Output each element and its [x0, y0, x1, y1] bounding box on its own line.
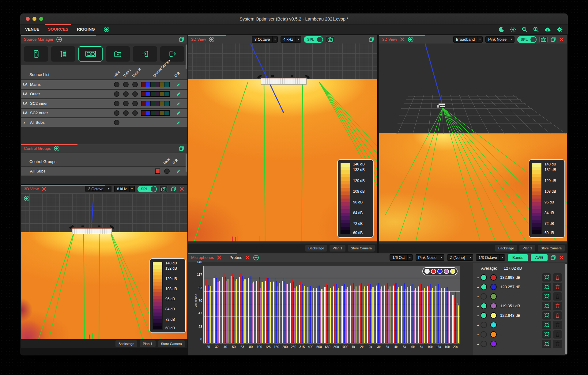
- mic-color-swatch[interactable]: [490, 322, 497, 328]
- group-color-swatch[interactable]: [141, 111, 146, 115]
- microphone-row[interactable]: ▲: [476, 330, 562, 339]
- delete-trash-button[interactable]: [553, 302, 562, 310]
- source-row[interactable]: LASC2 inner: [21, 99, 187, 108]
- edit-pencil-icon[interactable]: [176, 120, 181, 125]
- locate-target-button[interactable]: [542, 283, 551, 291]
- group-color-swatch[interactable]: [164, 92, 169, 96]
- cloud-download-icon[interactable]: [544, 26, 551, 32]
- mute-toggle[interactable]: [164, 169, 170, 174]
- camera-preset-button[interactable]: Store Camera: [158, 340, 185, 347]
- tab-probes[interactable]: Probes: [229, 255, 242, 260]
- view-left-canvas[interactable]: 140 dB132 dB120 dB108 dB96 dB84 dB72 dB6…: [21, 193, 187, 339]
- spl-toggle[interactable]: SPL: [517, 36, 537, 43]
- close-window-button[interactable]: [26, 17, 30, 21]
- tab-sources[interactable]: SOURCES: [48, 24, 69, 35]
- source-row[interactable]: LAOuter: [21, 90, 187, 98]
- edit-pencil-icon[interactable]: [176, 101, 181, 106]
- tab-venue[interactable]: VENUE: [25, 24, 40, 35]
- mute-right-toggle[interactable]: [132, 91, 138, 97]
- duplicate-view-icon[interactable]: [368, 36, 374, 42]
- scrollbar[interactable]: [565, 264, 567, 354]
- bandwidth-dropdown[interactable]: Broadband ▾: [453, 36, 483, 43]
- add-object-button[interactable]: [24, 195, 30, 202]
- mic-enable-toggle[interactable]: [481, 293, 487, 300]
- group-color-swatch[interactable]: [151, 92, 155, 96]
- group-color-swatch[interactable]: [164, 101, 169, 106]
- group-color-swatch[interactable]: [146, 92, 151, 96]
- group-color-swatch[interactable]: [151, 82, 155, 87]
- mute-right-toggle[interactable]: [132, 82, 138, 87]
- microphone-row[interactable]: ▲: [476, 339, 562, 348]
- duplicate-panel-icon[interactable]: [179, 146, 184, 151]
- mute-left-toggle[interactable]: [123, 101, 129, 106]
- source-row[interactable]: ▲All Subs: [21, 118, 187, 127]
- hide-toggle[interactable]: [114, 120, 119, 125]
- group-color-swatch[interactable]: [146, 82, 151, 87]
- duplicate-view-icon[interactable]: [171, 186, 176, 192]
- group-color-swatch[interactable]: [141, 101, 146, 106]
- mic-color-swatch[interactable]: [490, 284, 497, 290]
- group-color-swatch[interactable]: [146, 111, 151, 115]
- scrollbar[interactable]: [186, 153, 187, 172]
- zoom-window-button[interactable]: [39, 17, 43, 21]
- spl-toggle[interactable]: SPL: [304, 36, 323, 43]
- add-line-array-button[interactable]: [51, 46, 75, 62]
- zoom-out-icon[interactable]: [522, 26, 528, 32]
- duplicate-panel-icon[interactable]: [179, 36, 184, 42]
- dark-mode-moon-icon[interactable]: [498, 26, 505, 33]
- signal-dropdown[interactable]: Pink Noise ▾: [485, 36, 514, 43]
- mic-enable-toggle[interactable]: [481, 274, 487, 281]
- microphone-row[interactable]: ▲: [476, 320, 562, 329]
- add-control-group-button[interactable]: [54, 146, 60, 152]
- snapshot-camera-button[interactable]: [539, 36, 548, 43]
- new-group-button[interactable]: [106, 46, 130, 62]
- close-tab-icon[interactable]: [400, 37, 405, 42]
- group-color-swatch[interactable]: [141, 82, 146, 87]
- group-color-swatch[interactable]: [160, 101, 164, 106]
- duplicate-panel-icon[interactable]: [550, 255, 556, 260]
- import-sources-button[interactable]: [133, 46, 157, 62]
- locate-target-button[interactable]: [542, 292, 551, 301]
- group-color-swatch[interactable]: [164, 82, 169, 87]
- delete-trash-button[interactable]: [553, 330, 562, 339]
- close-tab-icon[interactable]: [41, 186, 47, 191]
- bands-button[interactable]: Bands: [508, 254, 528, 261]
- mic-color-swatch[interactable]: [490, 303, 497, 309]
- group-color-swatch[interactable]: [155, 92, 160, 96]
- collapse-triangle-icon[interactable]: ▲: [476, 285, 481, 288]
- locate-target-button[interactable]: [542, 273, 551, 282]
- avg-button[interactable]: AVG: [531, 254, 548, 261]
- duplicate-view-icon[interactable]: [550, 36, 556, 42]
- view-left-title[interactable]: 3D View: [24, 187, 39, 191]
- hide-toggle[interactable]: [114, 101, 119, 106]
- mic-enable-toggle[interactable]: [481, 284, 487, 290]
- edit-pencil-icon[interactable]: [176, 82, 181, 87]
- edit-pencil-icon[interactable]: [176, 169, 181, 174]
- microphone-row[interactable]: ▲128.257 dB: [476, 282, 562, 291]
- group-color-swatch[interactable]: [151, 111, 155, 115]
- frequency-dropdown[interactable]: 8 kHz ▾: [114, 186, 135, 192]
- collapse-triangle-icon[interactable]: ▲: [23, 121, 26, 124]
- delete-trash-button[interactable]: [553, 292, 562, 301]
- locate-target-button[interactable]: [542, 330, 551, 339]
- zoom-in-icon[interactable]: [533, 26, 539, 32]
- add-view-tab-button[interactable]: [408, 36, 414, 43]
- camera-preset-button[interactable]: Backstage: [305, 245, 327, 252]
- locate-target-button[interactable]: [542, 302, 551, 310]
- view-middle-canvas[interactable]: 140 dB132 dB120 dB108 dB96 dB84 dB72 dB6…: [188, 44, 377, 241]
- group-color-swatch[interactable]: [155, 169, 160, 174]
- group-color-swatch[interactable]: [160, 92, 164, 96]
- locate-target-button[interactable]: [542, 340, 551, 348]
- camera-preset-button[interactable]: Plan 1: [519, 245, 535, 252]
- settings-gear-icon[interactable]: [556, 26, 563, 33]
- add-measurement-tab-button[interactable]: [253, 255, 259, 261]
- locate-target-button[interactable]: [542, 321, 551, 329]
- collapse-triangle-icon[interactable]: ▲: [476, 295, 481, 298]
- collapse-triangle-icon[interactable]: ▲: [476, 342, 481, 345]
- weighting-dropdown[interactable]: Z (None) ▾: [447, 254, 473, 261]
- hide-toggle[interactable]: [114, 91, 119, 97]
- collapse-triangle-icon[interactable]: ▲: [476, 333, 481, 336]
- mic-color-swatch[interactable]: [490, 341, 497, 347]
- group-color-swatch[interactable]: [155, 111, 160, 115]
- group-color-swatch[interactable]: [160, 111, 164, 115]
